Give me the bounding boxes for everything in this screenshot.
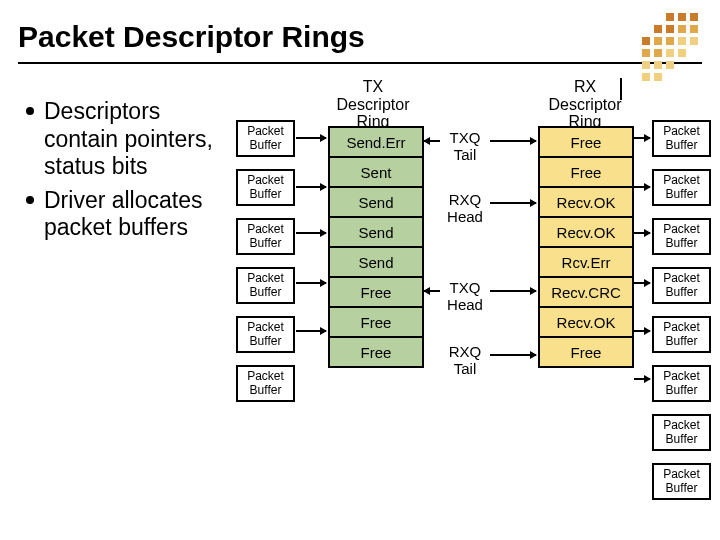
arrow-icon [634,186,650,188]
arrow-icon [490,140,536,142]
arrow-icon [634,137,650,139]
txq-tail-label: TXQ Tail [440,130,490,163]
tx-ring-cell: Send.Err [328,126,424,158]
rx-ring-cell: Free [538,158,634,188]
arrow-icon [424,290,440,292]
packet-buffer: Packet Buffer [236,218,295,255]
bullet-icon [26,196,34,204]
title-rule [18,62,702,64]
arrow-icon [296,232,326,234]
rx-ring-cell: Recv.CRC [538,278,634,308]
arrow-icon [634,378,650,380]
packet-buffer: Packet Buffer [236,169,295,206]
list-item: Driver allocates packet buffers [26,187,226,242]
rxq-head-label: RXQ Head [440,192,490,225]
tx-ring-cell: Free [328,278,424,308]
arrow-icon [634,232,650,234]
rx-ring-header: RX Descriptor Ring [540,78,630,131]
rx-ring-cell: Rcv.Err [538,248,634,278]
tx-ring: Send.ErrSentSendSendSendFreeFreeFree [328,126,424,368]
right-packet-buffers: Packet BufferPacket BufferPacket BufferP… [652,120,711,512]
packet-buffer: Packet Buffer [652,267,711,304]
tx-ring-cell: Free [328,338,424,368]
packet-buffer: Packet Buffer [652,316,711,353]
packet-buffer: Packet Buffer [652,169,711,206]
tx-ring-cell: Send [328,218,424,248]
arrow-icon [296,282,326,284]
rx-ring: FreeFreeRecv.OKRecv.OKRcv.ErrRecv.CRCRec… [538,126,634,368]
arrow-icon [490,202,536,204]
bullet-list: Descriptors contain pointers, status bit… [26,98,226,248]
rx-ring-cell: Free [538,126,634,158]
decorative-dots [640,10,702,84]
packet-buffer: Packet Buffer [652,414,711,451]
tx-ring-cell: Send [328,248,424,278]
arrow-icon [296,137,326,139]
tx-ring-cell: Sent [328,158,424,188]
txq-head-label: TXQ Head [440,280,490,313]
tx-ring-cell: Send [328,188,424,218]
arrow-icon [296,186,326,188]
packet-buffer: Packet Buffer [236,120,295,157]
rx-ring-cell: Recv.OK [538,308,634,338]
packet-buffer: Packet Buffer [236,365,295,402]
left-packet-buffers: Packet BufferPacket BufferPacket BufferP… [236,120,295,414]
tx-ring-header: TX Descriptor Ring [328,78,418,131]
tx-ring-cell: Free [328,308,424,338]
packet-buffer: Packet Buffer [652,463,711,500]
arrow-icon [296,330,326,332]
packet-buffer: Packet Buffer [236,316,295,353]
packet-buffer: Packet Buffer [652,218,711,255]
rx-ring-cell: Recv.OK [538,188,634,218]
arrow-icon [634,282,650,284]
rxq-tail-label: RXQ Tail [440,344,490,377]
arrow-icon [634,330,650,332]
arrow-icon [490,290,536,292]
slide-title: Packet Descriptor Rings [18,20,365,54]
rx-ring-cell: Free [538,338,634,368]
bullet-icon [26,107,34,115]
packet-buffer: Packet Buffer [652,365,711,402]
arrow-icon [424,140,440,142]
packet-buffer: Packet Buffer [652,120,711,157]
rx-ring-cell: Recv.OK [538,218,634,248]
arrow-icon [490,354,536,356]
packet-buffer: Packet Buffer [236,267,295,304]
list-item: Descriptors contain pointers, status bit… [26,98,226,181]
